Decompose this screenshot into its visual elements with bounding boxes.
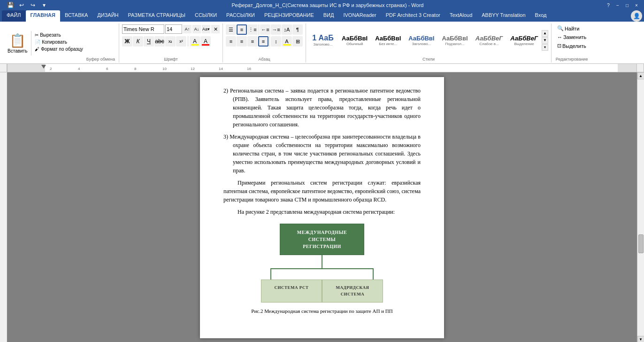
scroll-down-button[interactable]: ▼ bbox=[637, 336, 644, 342]
tab-marker bbox=[41, 65, 46, 69]
tab-review[interactable]: РЕЦЕНЗИРОВАНИЕ bbox=[260, 10, 319, 22]
window-title: Реферат_Долгов_Н_С(Система защиты ИС в Р… bbox=[51, 2, 605, 8]
underline-button[interactable]: Ч bbox=[144, 36, 154, 47]
scroll-thumb[interactable] bbox=[638, 234, 644, 253]
increase-indent-button[interactable]: →≡ bbox=[271, 24, 281, 35]
numbering-button[interactable]: ≡ bbox=[237, 24, 247, 35]
save-button[interactable]: 💾 bbox=[6, 0, 15, 10]
diagram-top-box: МЕЖДУНАРОДНЫЕСИСТЕМЫ РЕГИСТРАЦИИ bbox=[280, 224, 364, 255]
list-buttons-row: ☰ ≡ ⋮≡ ←≡ →≡ ↕A ¶ bbox=[226, 24, 303, 35]
quick-access-toolbar[interactable]: 💾 ↩ ↪ ▾ bbox=[4, 0, 51, 10]
multilevel-list-button[interactable]: ⋮≡ bbox=[247, 24, 258, 35]
tab-textaloud[interactable]: TextAloud bbox=[445, 10, 477, 22]
tab-layout[interactable]: РАЗМЕТКА СТРАНИЦЫ bbox=[123, 10, 190, 22]
clipboard-group: 📋 Вставить ✂ Вырезать 📄 Копировать 🖌 Фор… bbox=[2, 23, 119, 62]
style-subtle-emphasis[interactable]: АаБбВеГ Слабое в... bbox=[473, 34, 506, 47]
subscript-button[interactable]: x₂ bbox=[165, 36, 176, 47]
select-button[interactable]: ⊡ Выделить bbox=[554, 42, 589, 50]
window-controls[interactable]: ? − □ × bbox=[605, 1, 640, 9]
vertical-scrollbar[interactable]: ▲ ▼ bbox=[637, 72, 644, 342]
line-spacing-button[interactable]: ↕ bbox=[271, 36, 281, 47]
svg-text:10: 10 bbox=[162, 67, 167, 71]
tab-references[interactable]: ССЫЛКИ bbox=[190, 10, 222, 22]
tab-signin[interactable]: Вход bbox=[530, 10, 552, 22]
style-heading1[interactable]: 1 АаБ Заголово... bbox=[309, 33, 337, 47]
diagram-caption: Рис.2 Международная система регистрации … bbox=[251, 307, 392, 315]
superscript-button[interactable]: x² bbox=[176, 36, 186, 47]
strikethrough-button[interactable]: abc bbox=[154, 36, 165, 47]
font-color-button[interactable]: A bbox=[200, 36, 211, 47]
styles-scroll-down[interactable]: ▼ bbox=[542, 37, 548, 44]
clipboard-label: Буфер обмена bbox=[86, 56, 115, 62]
tab-home[interactable]: ГЛАВНАЯ bbox=[26, 10, 60, 22]
document-area: 2) Региональная система – заявка подаетс… bbox=[7, 72, 637, 342]
format-painter-button[interactable]: 🖌 Формат по образцу bbox=[33, 46, 84, 52]
tab-abbyy[interactable]: ABBYY Translation bbox=[477, 10, 530, 22]
style-normal[interactable]: АаБбВвI Обычный bbox=[339, 34, 370, 47]
align-center-button[interactable]: ≡ bbox=[237, 36, 247, 47]
tab-pdf[interactable]: PDF Architect 3 Creator bbox=[381, 10, 445, 22]
diagram-left-box: СИСТЕМА РСТ bbox=[261, 280, 322, 303]
editing-label: Редактирование bbox=[556, 56, 588, 62]
styles-scroll[interactable]: ▲ ▼ ▾ bbox=[542, 30, 548, 51]
ruler-main: 2 4 6 8 10 12 14 16 bbox=[7, 64, 637, 72]
minimize-button[interactable]: − bbox=[614, 1, 621, 9]
document-content[interactable]: 2) Региональная система – заявка подаетс… bbox=[223, 86, 421, 315]
styles-gallery: 1 АаБ Заголово... АаБбВвI Обычный АаБбВв… bbox=[309, 33, 541, 47]
tab-design[interactable]: ДИЗАЙН bbox=[92, 10, 123, 22]
tab-file[interactable]: ФАЙЛ bbox=[2, 10, 26, 22]
replace-button[interactable]: ↔ Заменить bbox=[554, 33, 589, 41]
styles-scroll-up[interactable]: ▲ bbox=[542, 30, 548, 37]
shrink-font-button[interactable]: A↓ bbox=[192, 25, 201, 33]
connector-vertical-main bbox=[322, 255, 322, 268]
find-button[interactable]: 🔍 Найти bbox=[554, 24, 582, 32]
bold-button[interactable]: Ж bbox=[122, 36, 132, 47]
borders-button[interactable]: ⊞ bbox=[292, 36, 303, 47]
style-subtitle[interactable]: АаБбВвI Подзагол... bbox=[439, 34, 470, 47]
ribbon: ФАЙЛ ГЛАВНАЯ ВСТАВКА ДИЗАЙН РАЗМЕТКА СТР… bbox=[0, 10, 644, 64]
style-no-spacing[interactable]: АаБбВвI Без инте... bbox=[372, 34, 404, 47]
decrease-indent-button[interactable]: ←≡ bbox=[260, 24, 270, 35]
justify-button[interactable]: ≡ bbox=[258, 36, 268, 47]
tab-view[interactable]: ВИД bbox=[319, 10, 339, 22]
shading-button[interactable]: A bbox=[282, 36, 292, 47]
svg-text:2: 2 bbox=[50, 67, 52, 71]
change-case-button[interactable]: Aa▾ bbox=[202, 25, 210, 33]
style-heading2[interactable]: АаБбВвI Заголово... bbox=[406, 34, 437, 47]
clear-formatting-button[interactable]: ✕ bbox=[211, 25, 220, 33]
redo-button[interactable]: ↪ bbox=[28, 0, 38, 10]
scroll-track[interactable] bbox=[637, 79, 644, 336]
font-size-input[interactable] bbox=[165, 24, 182, 34]
italic-button[interactable]: К bbox=[133, 36, 143, 47]
text-highlight-button[interactable]: A bbox=[190, 36, 200, 47]
styles-more-button[interactable]: ▾ bbox=[542, 44, 548, 51]
copy-button[interactable]: 📄 Копировать bbox=[33, 39, 84, 45]
ruler-side-left bbox=[0, 64, 7, 72]
tab-mailings[interactable]: РАССЫЛКИ bbox=[222, 10, 260, 22]
alignment-row: ≡ ≡ ≡ ≡ ↕ A ⊞ bbox=[226, 36, 303, 47]
align-left-button[interactable]: ≡ bbox=[226, 36, 236, 47]
align-right-button[interactable]: ≡ bbox=[247, 36, 258, 47]
ruler-side-right bbox=[637, 64, 644, 72]
close-button[interactable]: × bbox=[633, 1, 640, 9]
paste-button[interactable]: 📋 Вставить bbox=[4, 31, 31, 55]
svg-text:4: 4 bbox=[78, 67, 80, 71]
style-emphasis[interactable]: АаБбВеГ Выделение bbox=[507, 34, 541, 47]
scroll-up-button[interactable]: ▲ bbox=[637, 72, 644, 79]
styles-label: Стили bbox=[422, 56, 435, 62]
undo-button[interactable]: ↩ bbox=[17, 0, 26, 10]
cut-button[interactable]: ✂ Вырезать bbox=[33, 32, 84, 38]
help-button[interactable]: ? bbox=[605, 1, 612, 9]
grow-font-button[interactable]: A↑ bbox=[183, 25, 192, 33]
tab-insert[interactable]: ВСТАВКА bbox=[60, 10, 92, 22]
sort-button[interactable]: ↕A bbox=[282, 24, 292, 35]
clipboard-mini-buttons: ✂ Вырезать 📄 Копировать 🖌 Формат по обра… bbox=[31, 31, 86, 55]
list-item-2-text: 2) Региональная система – заявка подаетс… bbox=[223, 87, 421, 128]
font-name-input[interactable] bbox=[122, 24, 164, 34]
show-formatting-button[interactable]: ¶ bbox=[292, 24, 303, 35]
qat-more-button[interactable]: ▾ bbox=[39, 0, 49, 10]
list-item-3: 3) Международная система – целесообразна… bbox=[223, 132, 421, 175]
bullets-button[interactable]: ☰ bbox=[226, 24, 236, 35]
tab-ivona[interactable]: IVONAReader bbox=[338, 10, 381, 22]
maximize-button[interactable]: □ bbox=[623, 1, 631, 9]
